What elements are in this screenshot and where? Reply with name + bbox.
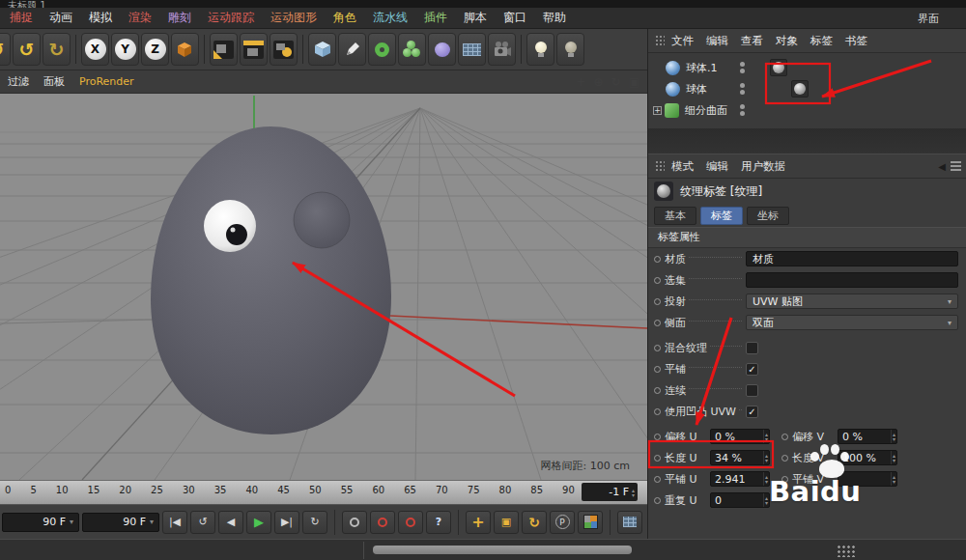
rotate-view-icon[interactable]: ↻ [611,75,621,89]
object-row-sphere1[interactable]: 球体.1 [648,57,966,78]
pan-view-icon[interactable]: + [576,75,585,89]
keyframe-record-button[interactable] [342,511,367,534]
timeline-ruler[interactable]: 051015202530354045505560657075808590 -1 … [0,480,647,504]
start-frame-field[interactable]: 90 F▾ [2,513,79,532]
menu-item[interactable]: 运动跟踪 [208,10,254,26]
end-frame-field[interactable]: 90 F▾ [82,513,159,532]
keyframe-dot[interactable] [654,320,661,326]
next-frame-button[interactable]: ▶| [274,511,299,534]
viewport-tab[interactable]: 面板 [43,74,65,89]
offset-u-field[interactable]: 0 % ▴▾ [710,429,770,444]
pen-tool-button[interactable] [338,33,366,66]
cycle-button[interactable]: ↻ [302,511,327,534]
expand-icon[interactable]: + [653,106,662,115]
keyframe-dot[interactable] [654,256,661,263]
texture-tag-icon-highlighted[interactable] [791,80,809,98]
menu-item[interactable]: 运动图形 [270,10,317,26]
menu-item[interactable]: 雕刻 [168,10,191,26]
interface-menu[interactable]: 界面 [918,12,939,26]
keyframe-dot[interactable] [781,476,788,483]
om-menu-item[interactable]: 查看 [741,34,763,48]
keyframe-dot[interactable] [654,345,661,351]
keyframe-dot[interactable] [654,298,661,305]
panel-grip-icon[interactable] [655,35,665,46]
record-parameter-button[interactable] [398,511,423,534]
clipped-toolbar-icon[interactable]: ↺ [0,33,11,66]
play-button[interactable]: ▶ [246,511,271,534]
undo-button[interactable]: ↺ [13,33,41,66]
zoom-view-icon[interactable]: ⊕ [594,75,604,89]
light-button[interactable] [526,33,554,66]
menu-item[interactable]: 帮助 [543,10,566,26]
current-frame-field[interactable]: -1 F ▴▾ [582,483,638,501]
primitive-cube-button[interactable] [308,33,336,66]
menu-item[interactable]: 渲染 [128,10,152,26]
viewport-tab[interactable]: 过滤 [8,74,29,89]
length-v-field[interactable]: 100 % ▴▾ [838,450,897,465]
floor-button[interactable] [458,33,486,66]
frame-stepper[interactable]: ▴▾ [632,488,635,497]
light-secondary-button[interactable] [556,33,584,66]
record-position-button[interactable] [370,511,395,534]
use-bump-uvw-checkbox[interactable]: ✓ [746,406,758,418]
side-select[interactable]: 双面▾ [746,315,958,330]
parent-tool-button[interactable]: P [550,511,575,534]
om-menu-item[interactable]: 标签 [810,34,833,48]
visibility-dots[interactable] [740,102,745,118]
menu-item[interactable]: 捕捉 [10,10,33,26]
om-menu-item[interactable]: 编辑 [706,34,728,48]
keyframe-dot[interactable] [654,434,661,440]
menu-item[interactable]: 动画 [49,10,72,26]
am-menu-item[interactable]: 用户数据 [741,159,785,174]
axis-x-button[interactable]: X [81,33,109,66]
keyframe-dot[interactable] [654,366,661,373]
jump-start-button[interactable]: |◀ [162,511,187,534]
panel-options-icon[interactable] [951,161,961,171]
repeat-u-field[interactable]: 0 ▴▾ [710,492,770,508]
mix-textures-checkbox[interactable] [746,342,758,354]
redo-button[interactable]: ↻ [43,33,71,66]
offset-v-field[interactable]: 0 % ▴▾ [838,429,897,444]
menu-item[interactable]: 脚本 [464,10,487,26]
axis-y-button[interactable]: Y [111,33,139,66]
scale-tool-button[interactable]: ▣ [494,511,519,534]
tile-checkbox[interactable]: ✓ [746,363,758,376]
seamless-checkbox[interactable] [746,384,758,397]
keyframe-dot[interactable] [654,455,661,462]
loop-button[interactable]: ↺ [190,511,215,534]
subdivision-surface-button[interactable] [368,33,396,66]
menu-item[interactable]: 角色 [333,10,356,26]
length-u-field[interactable]: 34 % ▴▾ [710,450,770,465]
toggle-view-icon[interactable]: ▣ [629,75,639,89]
render-settings-button[interactable] [270,33,298,66]
horizontal-scrollbar[interactable] [373,546,632,554]
prev-frame-button[interactable]: ◀ [218,511,243,534]
keyframe-dot[interactable] [654,476,661,483]
am-menu-item[interactable]: 编辑 [706,159,728,174]
coordinate-system-button[interactable] [171,33,199,66]
menu-item[interactable]: 窗口 [503,10,526,26]
om-menu-item[interactable]: 对象 [776,34,798,48]
array-button[interactable] [398,33,426,66]
om-menu-item[interactable]: 文件 [671,34,694,48]
am-menu-item[interactable]: 模式 [671,159,694,174]
axis-z-button[interactable]: Z [141,33,169,66]
tab-tag[interactable]: 标签 [700,207,743,225]
snap-button[interactable] [617,511,642,534]
camera-button[interactable] [488,33,516,66]
render-active-view-button[interactable] [210,33,238,66]
drag-handle-icon[interactable] [837,545,855,557]
history-back-icon[interactable]: ◀ [938,161,946,172]
keyframe-dot[interactable] [654,408,661,415]
keyframe-dot[interactable] [654,277,661,284]
tab-basic[interactable]: 基本 [654,207,696,225]
help-button[interactable]: ? [426,511,451,534]
panel-grip-icon[interactable] [655,160,665,172]
tab-coordinates[interactable]: 坐标 [747,207,789,225]
projection-select[interactable]: UVW 贴图▾ [746,294,958,309]
visibility-dots[interactable] [740,81,745,97]
keyframe-dot[interactable] [781,434,788,440]
tab-prorender[interactable]: ProRender [79,75,134,88]
tiles-v-field[interactable]: ▴▾ [838,471,897,487]
render-picture-viewer-button[interactable] [240,33,268,66]
